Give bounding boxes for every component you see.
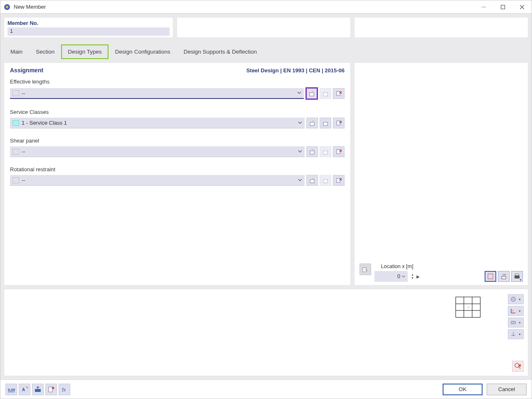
window-minimize-button[interactable]	[474, 0, 493, 14]
create-new-icon-button[interactable]	[305, 87, 318, 100]
function-icon-button[interactable]: fx	[59, 384, 70, 395]
annotation-icon-button[interactable]: A	[19, 384, 30, 395]
play-icon[interactable]: ▶	[416, 274, 420, 279]
cancel-button[interactable]: Cancel	[487, 384, 527, 395]
svg-line-23	[340, 150, 342, 152]
chevron-down-icon	[298, 120, 302, 126]
svg-rect-9	[337, 91, 340, 96]
zoom-reset-icon-button[interactable]	[512, 361, 524, 372]
delete-assign-icon-button[interactable]	[333, 175, 345, 186]
svg-line-16	[340, 121, 342, 123]
svg-text:0,00: 0,00	[8, 388, 15, 392]
svg-rect-12	[310, 122, 314, 126]
view-scale-icon-button[interactable]: 100	[498, 271, 510, 282]
svg-rect-15	[337, 121, 340, 125]
svg-rect-31	[488, 274, 493, 279]
axes-icon-button[interactable]: Y▼	[508, 306, 524, 316]
delete-assign-icon-button[interactable]	[333, 118, 345, 128]
svg-line-50	[519, 365, 521, 367]
effective-lengths-dropdown[interactable]: --	[10, 88, 304, 99]
svg-text:-Y: -Y	[467, 306, 470, 309]
svg-rect-30	[363, 268, 366, 272]
effective-lengths-label: Effective lengths	[10, 79, 345, 85]
swatch-icon	[12, 177, 19, 183]
delete-assign-icon-button[interactable]	[333, 146, 345, 157]
member-number-label: Member No.	[7, 20, 170, 26]
svg-line-22	[340, 150, 342, 152]
app-icon	[4, 4, 10, 10]
rotational-restraint-label: Rotational restraint	[10, 166, 345, 172]
svg-marker-19	[313, 149, 314, 150]
svg-rect-21	[337, 150, 340, 154]
create-new-icon-button[interactable]	[306, 175, 318, 186]
preview-panel: Location x [m] 0 ▲▼ ▶	[354, 62, 528, 286]
svg-text:100: 100	[502, 273, 506, 276]
rotational-restraint-dropdown[interactable]: --	[10, 175, 305, 186]
svg-line-49	[519, 365, 521, 367]
tab-main[interactable]: Main	[4, 44, 29, 59]
svg-rect-14	[323, 122, 328, 126]
print-icon-button[interactable]: ▼	[511, 271, 523, 282]
svg-rect-3	[501, 5, 505, 9]
swatch-icon	[12, 149, 19, 155]
location-x-value[interactable]: 0	[374, 271, 408, 282]
service-classes-label: Service Classes	[10, 109, 345, 115]
units-icon-button[interactable]: 0,00	[5, 384, 17, 395]
ok-button[interactable]: OK	[443, 384, 483, 395]
svg-rect-8	[323, 93, 328, 96]
location-stepper[interactable]: ▲▼	[411, 273, 414, 280]
pick-member-icon-button[interactable]	[360, 264, 371, 275]
delete-icon-button[interactable]	[45, 384, 57, 395]
window-maximize-button[interactable]	[493, 0, 512, 14]
svg-rect-36	[456, 297, 480, 318]
title-bar: New Member	[0, 0, 532, 14]
svg-text:A: A	[22, 387, 25, 392]
support-icon-button[interactable]: ▼	[508, 318, 524, 328]
chevron-down-icon	[298, 177, 302, 183]
delete-assign-icon-button[interactable]	[333, 88, 345, 99]
tab-section[interactable]: Section	[29, 44, 61, 59]
edit-icon-button[interactable]	[320, 88, 331, 99]
shear-panel-dropdown[interactable]: --	[10, 146, 305, 157]
svg-line-57	[52, 387, 54, 389]
svg-point-1	[6, 6, 8, 8]
dimensions-icon-button[interactable]: ▼	[508, 329, 524, 339]
tab-design-types[interactable]: Design Types	[61, 44, 108, 59]
svg-point-0	[4, 4, 10, 10]
svg-line-29	[340, 178, 342, 180]
svg-point-47	[515, 363, 519, 367]
assignment-heading: Assignment	[10, 67, 43, 74]
create-new-icon-button[interactable]	[306, 146, 318, 157]
edit-icon-button[interactable]	[320, 118, 331, 128]
render-mode-icon-button[interactable]: ▼	[508, 294, 524, 304]
export-icon-button[interactable]	[32, 384, 44, 395]
svg-rect-44	[511, 321, 515, 324]
grid-icon: -Y	[456, 297, 480, 319]
create-new-icon-button[interactable]	[306, 118, 318, 128]
shear-panel-label: Shear panel	[10, 138, 345, 144]
view-member-icon-button[interactable]	[485, 271, 496, 282]
location-x-label: Location x [m]	[374, 264, 420, 269]
svg-rect-32	[502, 276, 506, 279]
window-title: New Member	[14, 4, 46, 10]
member-number-field[interactable]: 1	[7, 27, 170, 36]
chevron-down-icon	[298, 149, 302, 155]
svg-text:Y: Y	[512, 310, 514, 312]
service-classes-dropdown[interactable]: 1 - Service Class 1	[10, 118, 305, 128]
svg-line-11	[340, 91, 342, 94]
svg-rect-54	[35, 389, 41, 392]
svg-rect-55	[49, 387, 52, 392]
edit-icon-button[interactable]	[320, 175, 331, 186]
svg-line-17	[340, 121, 342, 123]
cross-section-preview: -Y ▼ Y▼ ▼ ▼	[4, 289, 528, 376]
svg-rect-24	[310, 180, 314, 183]
tab-design-configurations[interactable]: Design Configurations	[108, 44, 177, 59]
svg-marker-25	[313, 177, 314, 179]
top-blank-panel-2	[354, 17, 528, 38]
edit-icon-button[interactable]	[320, 146, 331, 157]
window-close-button[interactable]	[512, 0, 532, 14]
design-standard-label: Steel Design | EN 1993 | CEN | 2015-06	[246, 67, 345, 74]
swatch-icon	[12, 120, 19, 126]
tab-design-supports-deflection[interactable]: Design Supports & Deflection	[177, 44, 264, 59]
svg-rect-35	[515, 274, 519, 276]
